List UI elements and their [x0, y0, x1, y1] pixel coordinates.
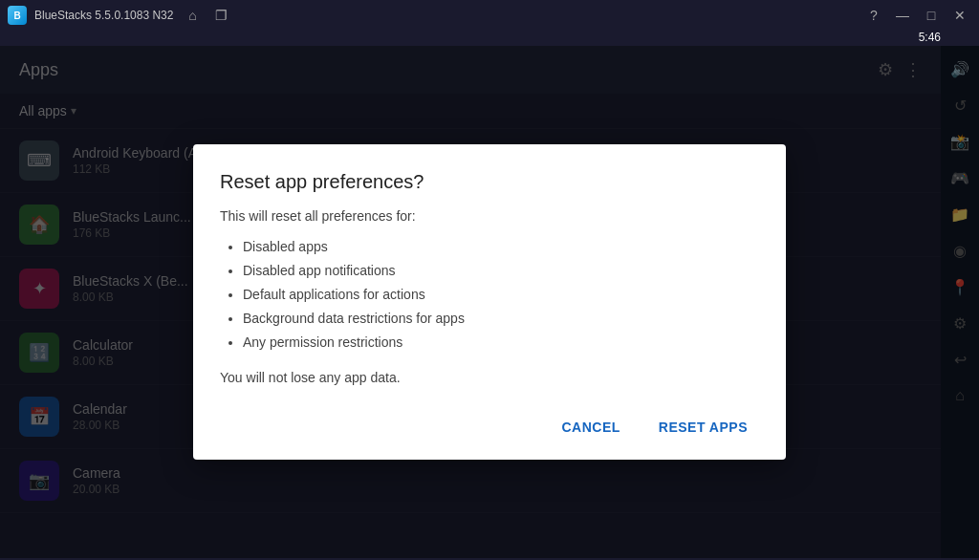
- reset-dialog: Reset app preferences? This will reset a…: [193, 144, 786, 461]
- reset-apps-button[interactable]: RESET APPS: [647, 412, 759, 442]
- dialog-note: You will not lose any app data.: [220, 370, 759, 385]
- time-bar: 5:46: [0, 31, 979, 46]
- app-title: BlueStacks 5.5.0.1083 N32: [34, 9, 173, 22]
- help-button[interactable]: ?: [862, 4, 885, 27]
- list-item: Background data restrictions for apps: [243, 307, 759, 331]
- window-controls: ? — □ ✕: [862, 4, 971, 27]
- dialog-actions: CANCEL RESET APPS: [220, 404, 759, 442]
- title-bar: B BlueStacks 5.5.0.1083 N32 ⌂ ❐ ? — □ ✕: [0, 0, 979, 31]
- dialog-title: Reset app preferences?: [220, 171, 759, 193]
- title-bar-left: B BlueStacks 5.5.0.1083 N32 ⌂ ❐: [8, 4, 232, 27]
- copy-nav-icon[interactable]: ❐: [209, 4, 232, 27]
- dialog-list: Disabled appsDisabled app notificationsD…: [220, 235, 759, 355]
- modal-overlay: Reset app preferences? This will reset a…: [0, 46, 979, 558]
- maximize-button[interactable]: □: [920, 4, 943, 27]
- list-item: Disabled apps: [243, 235, 759, 259]
- home-nav-icon[interactable]: ⌂: [181, 4, 204, 27]
- dialog-subtitle: This will reset all preferences for:: [220, 208, 759, 224]
- clock: 5:46: [919, 31, 941, 44]
- bluestacks-logo: B: [8, 6, 27, 25]
- cancel-button[interactable]: CANCEL: [550, 412, 631, 442]
- minimize-button[interactable]: —: [891, 4, 914, 27]
- close-button[interactable]: ✕: [948, 4, 971, 27]
- list-item: Any permission restrictions: [243, 331, 759, 355]
- list-item: Disabled app notifications: [243, 259, 759, 283]
- main-area: Apps ⚙ ⋮ All apps ▾ ⌨ Android Keyboard (…: [0, 46, 979, 558]
- list-item: Default applications for actions: [243, 283, 759, 307]
- title-bar-nav: ⌂ ❐: [181, 4, 232, 27]
